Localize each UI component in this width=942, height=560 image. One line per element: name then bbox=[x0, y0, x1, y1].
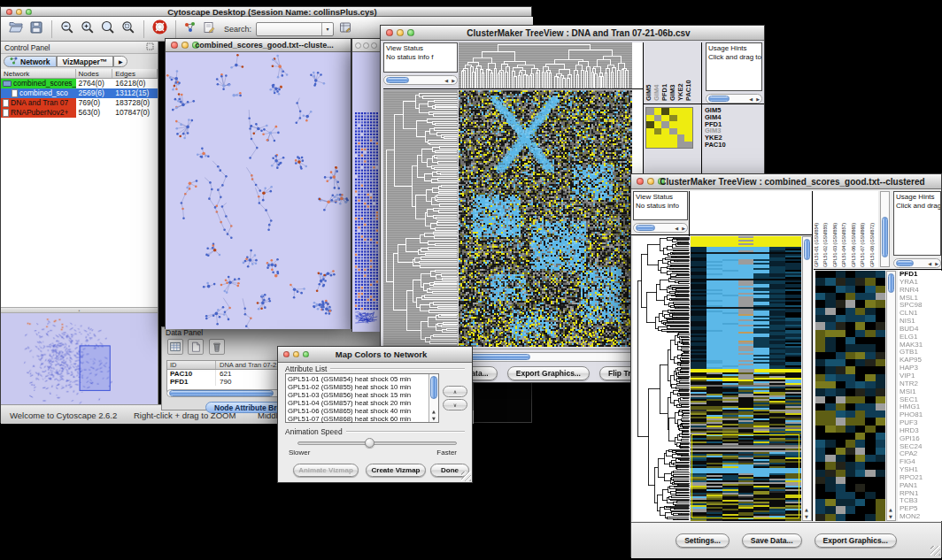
tv2-row-dendrogram[interactable] bbox=[633, 236, 690, 521]
attribute-list-vscrollbar[interactable]: ▲ ▼ bbox=[429, 374, 438, 422]
search-combobox[interactable]: ▾ bbox=[256, 22, 334, 36]
network-row[interactable]: DNA and Tran 07769(0)183728(0) bbox=[1, 98, 158, 108]
attribute-item[interactable]: GPL51-04 (GSM857) heat shock 20 min bbox=[286, 399, 428, 407]
zoom-button[interactable] bbox=[371, 42, 377, 49]
zoom-fit-icon[interactable] bbox=[100, 19, 116, 39]
scrollbar-thumb[interactable] bbox=[430, 376, 437, 399]
scroll-down-icon[interactable]: ▼ bbox=[432, 416, 436, 421]
tv2-button-2[interactable]: Export Graphics... bbox=[815, 533, 897, 548]
scrollbar-thumb[interactable] bbox=[169, 390, 274, 396]
tv1-column-dendrogram[interactable] bbox=[459, 42, 632, 88]
network-graph-view-2[interactable] bbox=[352, 52, 381, 332]
minimize-button[interactable] bbox=[293, 351, 299, 357]
table-grid-icon[interactable] bbox=[167, 339, 183, 355]
dialog-titlebar[interactable]: Map Colors to Network bbox=[278, 347, 472, 363]
tab-overflow-arrow[interactable]: ▶ bbox=[113, 56, 127, 67]
float-panel-icon[interactable] bbox=[146, 42, 154, 52]
help-lifering-icon[interactable] bbox=[151, 19, 168, 39]
tv2-heatmap-zoom[interactable] bbox=[815, 271, 885, 521]
tv2-status-hscrollbar[interactable]: ◀ ▶ bbox=[633, 223, 688, 233]
resize-grip[interactable] bbox=[461, 472, 471, 481]
tv2-button-1[interactable]: Save Data... bbox=[742, 533, 802, 548]
tab-network[interactable]: Network bbox=[4, 56, 57, 67]
tv2-heatmap-global[interactable] bbox=[691, 236, 801, 521]
new-document-icon[interactable] bbox=[188, 339, 204, 355]
slider-thumb[interactable] bbox=[365, 438, 374, 448]
resize-grip[interactable] bbox=[930, 546, 940, 556]
save-icon[interactable] bbox=[28, 19, 44, 39]
dialog-button-1[interactable]: Create Vizmap bbox=[366, 464, 426, 477]
close-button[interactable] bbox=[283, 351, 290, 357]
scroll-right-icon[interactable]: ▶ bbox=[452, 78, 455, 83]
scroll-right-icon[interactable]: ▶ bbox=[682, 226, 685, 231]
scrollbar-thumb[interactable] bbox=[636, 225, 655, 231]
tv1-usage-hscrollbar[interactable]: ◀ ▶ bbox=[706, 94, 762, 104]
birdseye-view[interactable] bbox=[1, 313, 158, 404]
network-nodes-icon[interactable] bbox=[183, 20, 197, 38]
column-network[interactable]: Network bbox=[1, 69, 76, 78]
scroll-left-icon[interactable]: ◀ bbox=[675, 226, 678, 231]
network-row[interactable]: combined_scores_2764(0)16218(0) bbox=[1, 79, 158, 88]
tv1-button-1[interactable]: Export Graphics... bbox=[507, 366, 590, 380]
combo-arrow-icon[interactable]: ▾ bbox=[321, 23, 333, 35]
tv2-titlebar[interactable]: ClusterMaker TreeView : combined_scores_… bbox=[631, 174, 941, 189]
tv1-heatmap-global[interactable] bbox=[459, 90, 632, 347]
scroll-down-icon[interactable]: ▼ bbox=[889, 514, 892, 519]
scrollbar-thumb[interactable] bbox=[386, 77, 409, 83]
panel-divider[interactable]: • bbox=[1, 307, 158, 313]
minimize-button[interactable] bbox=[363, 42, 369, 49]
scroll-up-icon[interactable]: ▲ bbox=[889, 507, 892, 512]
attribute-item[interactable]: GPL51-01 (GSM854) heat shock 05 min bbox=[286, 375, 428, 383]
tv2-button-0[interactable]: Settings... bbox=[676, 533, 730, 548]
tv2-usage-hscrollbar[interactable]: ◀ ▶ bbox=[893, 258, 941, 268]
network-window-titlebar[interactable]: combined_scores_good.txt--cluste... bbox=[166, 39, 351, 52]
move-down-button[interactable]: ∨ bbox=[443, 399, 467, 410]
close-button[interactable] bbox=[386, 29, 393, 36]
search-options-icon[interactable] bbox=[338, 20, 352, 38]
scroll-left-icon[interactable]: ◀ bbox=[928, 261, 931, 266]
network-row[interactable]: RNAPuberNov2+563(0)107847(0) bbox=[1, 108, 158, 118]
search-input[interactable] bbox=[257, 25, 321, 34]
scrollbar-thumb[interactable] bbox=[708, 96, 730, 102]
data-column-id[interactable]: ID bbox=[167, 361, 216, 369]
open-file-icon[interactable] bbox=[8, 19, 24, 39]
network-window-2-titlebar[interactable] bbox=[352, 39, 381, 52]
scrollbar-thumb[interactable] bbox=[888, 273, 894, 293]
annotation-icon[interactable] bbox=[202, 20, 216, 38]
scroll-down-icon[interactable]: ▼ bbox=[805, 514, 808, 519]
network-graph-view[interactable] bbox=[166, 52, 351, 329]
animation-speed-slider[interactable] bbox=[297, 441, 457, 445]
scroll-right-icon[interactable]: ▶ bbox=[756, 96, 760, 102]
tv2-labels-vscrollbar[interactable] bbox=[880, 191, 890, 267]
attribute-item[interactable]: GPL51-07 (GSM868) heat shock 60 min bbox=[286, 415, 428, 423]
trash-icon[interactable] bbox=[209, 339, 225, 355]
zoom-in-icon[interactable] bbox=[80, 19, 96, 39]
network-row[interactable]: combined_sco2569(6)13112(15) bbox=[1, 88, 158, 98]
scroll-right-icon[interactable]: ▶ bbox=[935, 261, 938, 266]
close-button[interactable] bbox=[6, 9, 12, 15]
attribute-item[interactable]: GPL51-02 (GSM855) heat shock 10 min bbox=[286, 383, 428, 391]
tv1-row-dendrogram[interactable] bbox=[383, 90, 458, 347]
tv2-heatmap-vscrollbar[interactable]: ▲ ▼ bbox=[802, 236, 812, 521]
zoom-selected-icon[interactable] bbox=[120, 19, 136, 39]
scrollbar-thumb[interactable] bbox=[896, 260, 914, 266]
tv1-status-hscrollbar[interactable]: ◀ ▶ bbox=[383, 75, 458, 85]
close-button[interactable] bbox=[355, 42, 361, 49]
tab-vizmapper[interactable]: VizMapper™ bbox=[57, 56, 114, 67]
gene-label[interactable]: MON2 bbox=[900, 513, 942, 521]
gene-list[interactable]: PFD1YRA1RNR4MSL1SPC98CLN1NIS1BUD4ELG1MAK… bbox=[898, 271, 942, 521]
scrollbar-thumb[interactable] bbox=[882, 217, 888, 257]
column-edges[interactable]: Edges bbox=[112, 69, 158, 78]
scroll-up-icon[interactable]: ▲ bbox=[432, 409, 436, 414]
similarity-matrix[interactable] bbox=[645, 107, 693, 149]
minimize-button[interactable] bbox=[16, 9, 22, 15]
tv2-zoom-vscrollbar[interactable]: ▲ ▼ bbox=[886, 271, 896, 521]
zoom-out-icon[interactable] bbox=[59, 19, 75, 39]
scroll-up-icon[interactable]: ▲ bbox=[805, 507, 808, 512]
move-up-button[interactable]: ∧ bbox=[443, 386, 467, 397]
close-button[interactable] bbox=[171, 42, 178, 49]
column-nodes[interactable]: Nodes bbox=[76, 69, 113, 78]
main-titlebar[interactable]: Cytoscape Desktop (Session Name: collins… bbox=[1, 7, 531, 17]
scroll-left-icon[interactable]: ◀ bbox=[444, 78, 448, 83]
attribute-item[interactable]: GPL51-03 (GSM856) heat shock 15 min bbox=[286, 391, 428, 399]
